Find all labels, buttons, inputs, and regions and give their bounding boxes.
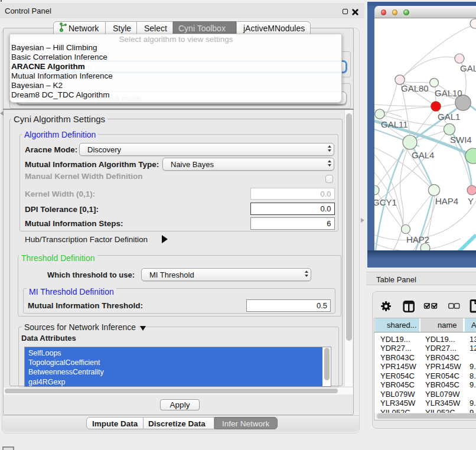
- svg-text:SWI4: SWI4: [450, 135, 472, 145]
- svg-text:GAL80: GAL80: [401, 83, 429, 93]
- svg-text:GAL4: GAL4: [412, 150, 434, 160]
- svg-text:GCY1: GCY1: [374, 197, 397, 207]
- svg-text:GAL10: GAL10: [435, 88, 462, 98]
- svg-text:HAP4: HAP4: [435, 196, 458, 206]
- svg-text:GAL: GAL: [460, 63, 476, 73]
- svg-text:GAL1: GAL1: [438, 112, 460, 122]
- svg-text:Y: Y: [468, 196, 474, 206]
- svg-text:HAP2: HAP2: [406, 234, 429, 244]
- svg-text:GAL11: GAL11: [381, 119, 408, 129]
